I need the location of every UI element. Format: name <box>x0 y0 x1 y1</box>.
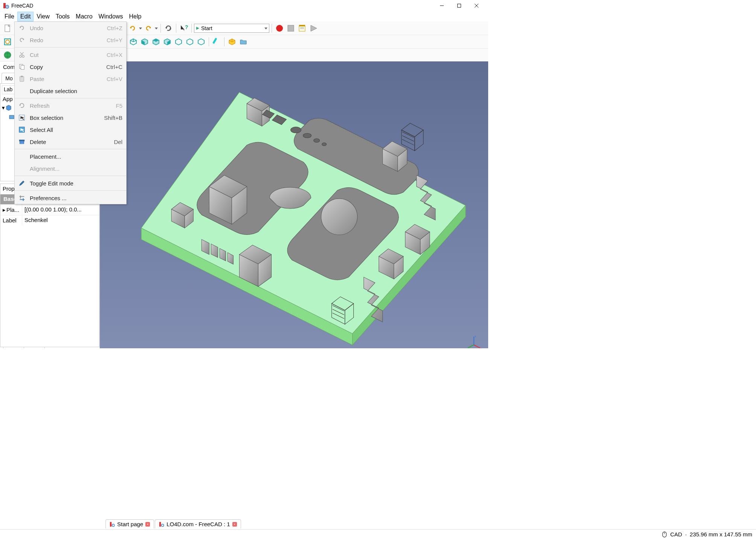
menu-item-redo: RedoCtrl+Y <box>15 34 126 46</box>
refresh-icon <box>18 101 26 110</box>
separator <box>272 24 272 33</box>
measure-button[interactable] <box>211 37 222 47</box>
menu-item-paste: PasteCtrl+V <box>15 73 126 85</box>
menu-item-delete[interactable]: DeleteDel <box>15 136 126 148</box>
svg-text:x: x <box>480 347 482 348</box>
macro-stop-button[interactable] <box>286 23 296 34</box>
bottom-view-button[interactable] <box>185 37 195 47</box>
menu-item-shortcut: Del <box>114 139 122 145</box>
folder-button[interactable] <box>238 37 249 47</box>
svg-rect-84 <box>19 140 24 142</box>
titlebar: FreeCAD <box>0 0 488 11</box>
svg-rect-17 <box>212 38 217 44</box>
menu-help[interactable]: Help <box>126 12 144 21</box>
close-button[interactable] <box>468 0 485 11</box>
pencil-icon <box>18 179 26 187</box>
minimize-button[interactable] <box>433 0 451 11</box>
front-view-button[interactable] <box>139 37 150 47</box>
separator <box>15 176 126 176</box>
blank-icon <box>18 164 26 173</box>
svg-point-74 <box>22 55 24 57</box>
left-view-button[interactable] <box>196 37 206 47</box>
window-controls <box>433 0 485 11</box>
separator <box>15 98 126 98</box>
svg-point-52 <box>322 143 327 146</box>
menu-item-undo: UndoCtrl+Z <box>15 22 126 34</box>
menu-item-label: Copy <box>30 64 102 70</box>
prop-row-placement[interactable]: ▸Pla... [(0.00 0.00 1.00); 0.0... <box>0 204 99 215</box>
svg-rect-4 <box>458 4 461 8</box>
whats-this-button[interactable]: ? <box>179 23 189 34</box>
svg-point-2 <box>7 6 8 8</box>
3d-viewport[interactable]: x y z <box>100 61 488 348</box>
macro-run-button[interactable] <box>308 23 319 34</box>
edit-menu: UndoCtrl+ZRedoCtrl+YCutCtrl+XCopyCtrl+CP… <box>14 21 127 204</box>
maximize-button[interactable] <box>451 0 468 11</box>
menu-tools[interactable]: Tools <box>53 12 73 21</box>
data-tab[interactable]: Data <box>24 347 45 348</box>
undo-button[interactable] <box>127 23 138 34</box>
menu-item-placement[interactable]: Placement... <box>15 150 126 162</box>
menu-edit[interactable]: Edit <box>17 12 34 21</box>
menu-item-label: Cut <box>30 52 103 58</box>
menu-item-shortcut: F5 <box>116 103 122 109</box>
redo-button[interactable] <box>143 23 154 34</box>
menu-windows[interactable]: Windows <box>96 12 126 21</box>
prop-spacer <box>0 225 99 347</box>
chevron-down-icon <box>264 27 267 30</box>
box-select-icon <box>18 113 26 122</box>
iso-view-button[interactable] <box>128 37 139 47</box>
separator <box>176 24 176 33</box>
menu-item-label: Duplicate selection <box>30 88 119 94</box>
redo-dropdown[interactable] <box>154 27 158 30</box>
window-title: FreeCAD <box>11 3 433 9</box>
fit-all-button[interactable] <box>2 37 13 47</box>
cut-icon <box>18 51 26 59</box>
right-view-button[interactable] <box>162 37 173 47</box>
menu-file[interactable]: File <box>2 12 17 21</box>
prop-row-label[interactable]: Label Schenkel <box>0 215 99 225</box>
svg-rect-85 <box>20 142 24 144</box>
property-grid: Prope Value Base ▸Pla... [(0.00 0.00 1.0… <box>0 184 99 347</box>
svg-rect-80 <box>21 76 23 77</box>
macro-list-button[interactable] <box>297 23 307 34</box>
separator <box>224 37 225 46</box>
web-button[interactable] <box>2 50 13 60</box>
menu-item-preferences[interactable]: Preferences ... <box>15 192 126 204</box>
menu-macro[interactable]: Macro <box>73 12 95 21</box>
menu-item-label: Preferences ... <box>30 195 119 201</box>
undo-dropdown[interactable] <box>139 27 142 30</box>
menu-item-refresh: RefreshF5 <box>15 100 126 112</box>
undo-icon <box>18 24 26 32</box>
menu-item-label: Undo <box>30 25 103 31</box>
menu-item-cut: CutCtrl+X <box>15 49 126 61</box>
expand-icon[interactable]: ▸ <box>3 207 6 213</box>
view-tab[interactable]: View <box>3 347 24 348</box>
svg-point-50 <box>303 133 312 138</box>
menu-item-copy[interactable]: CopyCtrl+C <box>15 61 126 73</box>
menu-item-box-selection[interactable]: Box selectionShift+B <box>15 112 126 124</box>
menu-item-shortcut: Shift+B <box>104 115 122 121</box>
macro-record-button[interactable] <box>274 23 285 34</box>
svg-line-67 <box>474 345 480 348</box>
menu-item-duplicate-selection[interactable]: Duplicate selection <box>15 85 126 97</box>
refresh-button[interactable] <box>163 23 174 34</box>
menu-item-toggle-edit-mode[interactable]: Toggle Edit mode <box>15 177 126 189</box>
property-tabs: View Data <box>0 347 99 348</box>
menu-item-select-all[interactable]: Select All <box>15 124 126 136</box>
svg-point-16 <box>6 40 9 44</box>
new-button[interactable] <box>2 23 13 34</box>
expand-icon[interactable]: ▾ <box>2 104 5 111</box>
menu-view[interactable]: View <box>34 12 52 21</box>
top-view-button[interactable] <box>151 37 161 47</box>
menu-item-shortcut: Ctrl+X <box>107 52 122 58</box>
prefs-icon <box>18 194 26 202</box>
svg-text:y: y <box>466 347 468 348</box>
part-button[interactable] <box>227 37 237 47</box>
workbench-selector[interactable]: Start <box>194 24 269 33</box>
tree-root-label: App <box>3 96 13 102</box>
menu-item-label: Alignment... <box>30 165 119 172</box>
menu-item-shortcut: Ctrl+Z <box>107 25 122 31</box>
rear-view-button[interactable] <box>173 37 184 47</box>
axis-gizmo: x y z <box>466 334 482 348</box>
